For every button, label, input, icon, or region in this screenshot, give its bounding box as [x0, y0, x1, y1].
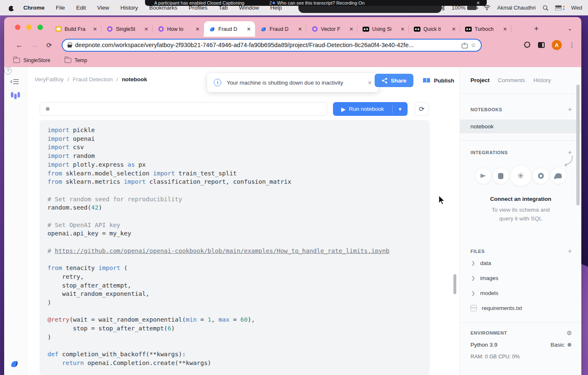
- share-page-icon[interactable]: [462, 42, 467, 48]
- bookmark-folder-singlestore[interactable]: SingleStore: [13, 58, 50, 63]
- browser-tab-3[interactable]: Fraud D✕: [204, 21, 255, 37]
- menu-file[interactable]: File: [56, 5, 65, 11]
- code-line[interactable]: retry,: [48, 272, 430, 281]
- run-notebook-button[interactable]: ▶Run notebook ▼: [333, 102, 408, 116]
- code-line[interactable]: from sklearn.metrics import classificati…: [48, 178, 430, 186]
- database-icon[interactable]: [493, 168, 509, 184]
- content-scrollbar-thumb[interactable]: [453, 274, 456, 294]
- reload-button[interactable]: ⟳: [42, 41, 57, 49]
- deepnote-logo-icon[interactable]: [10, 360, 20, 370]
- tab-project[interactable]: Project: [470, 77, 490, 83]
- snowflake-icon[interactable]: ✳: [510, 165, 532, 187]
- tab-close-icon[interactable]: ✕: [143, 26, 149, 32]
- code-line[interactable]: [48, 186, 430, 195]
- environment-settings-gear-icon[interactable]: ⚙: [567, 330, 572, 336]
- bookmark-star-icon[interactable]: ☆: [470, 42, 476, 48]
- code-line[interactable]: [48, 342, 430, 350]
- browser-tab-1[interactable]: SingleSt✕: [101, 21, 153, 37]
- browser-tab-5[interactable]: Vector F✕: [306, 21, 358, 37]
- tab-comments[interactable]: Comments: [498, 77, 525, 83]
- tab-close-icon[interactable]: ✕: [92, 26, 98, 32]
- bookmark-folder-temp[interactable]: Temp: [65, 58, 88, 63]
- browser-tab-2[interactable]: How to✕: [153, 21, 204, 37]
- notebook-list-item[interactable]: notebook: [460, 120, 581, 133]
- profile-avatar[interactable]: A: [552, 40, 562, 50]
- chevron-right-icon[interactable]: ❯: [471, 275, 475, 281]
- new-tab-button[interactable]: +: [531, 24, 541, 33]
- side-panel-icon[interactable]: [538, 42, 545, 48]
- add-notebook-button[interactable]: +: [568, 105, 572, 114]
- chevron-right-icon[interactable]: ❯: [471, 260, 475, 266]
- menubar-clock[interactable]: Wed: [571, 5, 583, 11]
- code-line[interactable]: import random: [48, 152, 430, 160]
- browser-tab-7[interactable]: Quick ti✕: [409, 21, 460, 37]
- code-line[interactable]: stop = stop_after_attempt(6): [48, 324, 430, 333]
- browser-tab-4[interactable]: Fraud D✕: [255, 21, 306, 37]
- collapse-sidebar-icon[interactable]: [10, 78, 20, 87]
- help-icon[interactable]: ?: [4, 67, 12, 75]
- code-line[interactable]: from tenacity import (: [48, 264, 430, 272]
- code-line[interactable]: import plotly.express as px: [48, 160, 430, 169]
- folder-row-images[interactable]: ❯images: [460, 270, 581, 285]
- url-text[interactable]: deepnote.com/workspace/veryfatboy-2f930b…: [75, 42, 458, 48]
- donut-icon[interactable]: [533, 168, 549, 184]
- code-line[interactable]: openai.api_key = my_key: [48, 229, 430, 238]
- run-notebook-main[interactable]: ▶Run notebook: [333, 106, 392, 112]
- sidebar-scrollbar-thumb[interactable]: [576, 85, 580, 205]
- code-line[interactable]: import csv: [48, 143, 430, 152]
- tab-close-icon[interactable]: ✕: [348, 26, 354, 32]
- tab-close-icon[interactable]: ✕: [297, 26, 303, 32]
- machine-tier[interactable]: Basic: [550, 342, 571, 348]
- folder-row-data[interactable]: ❯data: [460, 255, 581, 270]
- tab-history[interactable]: History: [533, 77, 551, 83]
- code-line[interactable]: [48, 307, 430, 316]
- control-center-icon[interactable]: [555, 5, 565, 10]
- restart-machine-button[interactable]: ⟳: [415, 102, 429, 116]
- tab-close-icon[interactable]: ✕: [195, 26, 200, 32]
- banner-close-icon[interactable]: ✕: [476, 0, 480, 6]
- code-line[interactable]: return openai.Completion.create(**kwargs…: [48, 359, 430, 368]
- code-line[interactable]: ): [48, 298, 430, 307]
- code-line[interactable]: import openai: [48, 135, 430, 143]
- menu-edit[interactable]: Edit: [76, 5, 86, 11]
- chevron-right-icon[interactable]: ❯: [471, 290, 475, 296]
- lock-icon[interactable]: [68, 42, 72, 48]
- integrations-rail-icon[interactable]: [10, 91, 21, 102]
- elephant-icon[interactable]: [550, 168, 567, 184]
- transcript-tooltip[interactable]: 2 Who can see this transcript? Recording…: [269, 0, 364, 5]
- connect-integration-title[interactable]: Connect an integration: [460, 196, 581, 202]
- run-options-chevron-icon[interactable]: ▼: [393, 107, 408, 112]
- tab-close-icon[interactable]: ✕: [451, 26, 457, 32]
- code-line[interactable]: random.seed(42): [48, 203, 430, 212]
- publish-button[interactable]: Publish: [423, 78, 454, 84]
- tab-close-icon[interactable]: ✕: [502, 26, 508, 32]
- code-cell[interactable]: import pickleimport openaiimport csvimpo…: [40, 120, 430, 375]
- code-line[interactable]: stop_after_attempt,: [48, 281, 430, 290]
- add-file-button[interactable]: +: [568, 247, 572, 255]
- address-bar[interactable]: deepnote.com/workspace/veryfatboy-2f930b…: [62, 39, 482, 52]
- browser-tab-6[interactable]: Using Si✕: [358, 21, 409, 37]
- menubar-username[interactable]: Akmal Chaudhri: [497, 5, 536, 11]
- breadcrumb-workspace[interactable]: VeryFatBoy: [35, 76, 64, 82]
- plane-icon[interactable]: [475, 168, 492, 184]
- code-line[interactable]: [48, 212, 430, 221]
- wifi-icon[interactable]: [483, 5, 490, 10]
- toast-close-icon[interactable]: ✕: [368, 80, 372, 86]
- menu-view[interactable]: View: [97, 5, 109, 11]
- code-line[interactable]: # https://github.com/openai/openai-cookb…: [48, 247, 430, 255]
- tab-close-icon[interactable]: ✕: [246, 26, 252, 32]
- back-button[interactable]: ←: [12, 41, 27, 50]
- notebook-cell-status-bar[interactable]: [40, 102, 327, 116]
- forward-button[interactable]: →: [27, 41, 42, 50]
- browser-tab-8[interactable]: Turboch✕: [460, 21, 511, 37]
- code-line[interactable]: [48, 255, 430, 264]
- chrome-menu-icon[interactable]: ⋮: [569, 41, 575, 49]
- browser-tab-0[interactable]: Build Fra✕: [50, 21, 101, 37]
- code-line[interactable]: def completion_with_backoff(**kwargs):: [48, 350, 430, 359]
- code-line[interactable]: @retry(wait = wait_random_exponential(mi…: [48, 315, 430, 324]
- menu-history[interactable]: History: [120, 5, 138, 11]
- zoom-window-button[interactable]: [38, 25, 43, 30]
- tab-close-icon[interactable]: ✕: [400, 26, 405, 32]
- tab-search-chevron-icon[interactable]: ⌄: [568, 25, 572, 32]
- share-button[interactable]: Share: [375, 74, 414, 87]
